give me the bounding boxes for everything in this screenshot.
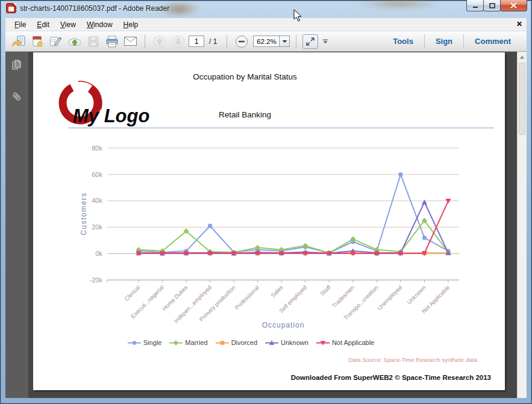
resize-arrows-icon — [305, 37, 315, 46]
next-page-button[interactable] — [170, 34, 186, 49]
document-pane[interactable]: Occupation by Marital Status My Logo Ret… — [28, 52, 517, 398]
email-button[interactable] — [122, 34, 139, 49]
scroll-up-button[interactable] — [518, 53, 526, 61]
menu-view[interactable]: View — [55, 19, 81, 31]
svg-text:Customers: Customers — [80, 192, 88, 235]
data-source-note: Data Source: Space-Time Research synthet… — [349, 356, 478, 363]
toolbar-separator — [227, 35, 227, 48]
desktop-glare — [357, 0, 441, 10]
print-button[interactable] — [104, 34, 120, 49]
arrow-up-icon — [153, 35, 166, 48]
open-button[interactable] — [10, 34, 27, 49]
legend-label: Divorced — [231, 339, 257, 346]
zoom-out-button[interactable] — [233, 34, 249, 49]
legend-label: Unknown — [281, 339, 308, 346]
minus-circle-icon — [235, 35, 248, 48]
arrow-down-icon — [172, 35, 185, 48]
legend-label: Not Applicable — [332, 339, 374, 346]
report-subtitle: Retail Banking — [33, 110, 457, 119]
print-icon — [105, 36, 119, 48]
sign-document-icon — [49, 36, 62, 48]
svg-text:Tradesmen: Tradesmen — [331, 284, 356, 309]
svg-text:Unemployed: Unemployed — [376, 284, 403, 311]
maximize-button[interactable] — [483, 0, 501, 11]
legend-marker-icon — [169, 340, 183, 346]
zoom-level-value[interactable]: 62.2% — [253, 36, 280, 47]
line-chart: 80k60k40k20k0k-20kClericalExecuti...nage… — [33, 143, 505, 337]
close-button[interactable] — [500, 0, 527, 11]
save-button[interactable] — [85, 34, 101, 49]
download-footer: Downloaded From SuperWEB2 © Space-Time R… — [291, 374, 491, 381]
title-bar[interactable]: str-charts-1400718605037.pdf - Adobe Rea… — [0, 0, 532, 18]
window-title: str-charts-1400718605037.pdf - Adobe Rea… — [20, 4, 169, 13]
send-to-cloud-button[interactable] — [66, 34, 83, 49]
scrollbar-thumb[interactable] — [519, 63, 525, 135]
sign-document-button[interactable] — [48, 34, 64, 49]
legend-marker-icon — [265, 340, 278, 346]
chart-legend: SingleMarriedDivorcedUnknownNot Applicab… — [33, 339, 469, 346]
chevron-down-icon — [282, 40, 287, 43]
pdf-app-icon — [6, 3, 16, 13]
company-logo: My Logo — [51, 79, 172, 131]
pages-icon — [11, 59, 23, 72]
menu-window[interactable]: Window — [81, 19, 118, 31]
adobe-reader-window: str-charts-1400718605037.pdf - Adobe Rea… — [0, 0, 532, 404]
svg-text:-20k: -20k — [90, 276, 103, 284]
page-total-label: / 1 — [209, 37, 217, 46]
minimize-button[interactable] — [466, 0, 484, 11]
legend-label: Married — [185, 339, 207, 346]
legend-item-not-applicable: Not Applicable — [316, 339, 374, 346]
menu-help[interactable]: Help — [118, 19, 144, 31]
zoom-dropdown-button[interactable] — [280, 36, 290, 47]
legend-item-single: Single — [128, 339, 162, 346]
menu-bar: File Edit View Window Help ✕ — [5, 18, 527, 31]
toolbar-separator — [145, 35, 145, 48]
legend-label: Single — [143, 339, 162, 346]
create-pdf-icon — [31, 36, 43, 48]
maximize-icon — [489, 3, 495, 8]
minimize-icon — [472, 3, 478, 8]
tools-panel-button[interactable]: Tools — [382, 37, 424, 46]
page-number-input[interactable] — [189, 36, 204, 47]
paperclip-icon — [10, 90, 23, 104]
toolbar-overflow-button[interactable] — [321, 34, 330, 49]
svg-text:0k: 0k — [95, 250, 102, 257]
previous-page-button[interactable] — [151, 34, 167, 49]
legend-marker-icon — [316, 340, 330, 346]
legend-marker-icon — [216, 340, 229, 346]
menu-file[interactable]: File — [9, 19, 31, 31]
sign-panel-button[interactable]: Sign — [425, 37, 463, 46]
comment-panel-button[interactable]: Comment — [464, 37, 522, 46]
close-icon — [510, 2, 517, 8]
svg-text:Clerical: Clerical — [123, 284, 141, 302]
svg-text:20k: 20k — [92, 223, 102, 231]
legend-item-divorced: Divorced — [216, 339, 257, 346]
menu-edit[interactable]: Edit — [31, 19, 55, 31]
page-thumbnails-button[interactable] — [9, 58, 25, 73]
vertical-scrollbar[interactable] — [517, 52, 527, 398]
svg-text:Professional: Professional — [233, 284, 260, 311]
create-pdf-button[interactable] — [29, 34, 45, 49]
toolbar: / 1 62.2% — [5, 31, 527, 52]
menubar-close-icon[interactable]: ✕ — [516, 20, 522, 28]
legend-item-unknown: Unknown — [265, 339, 308, 346]
svg-text:Sales: Sales — [269, 284, 284, 299]
svg-text:Unknown: Unknown — [405, 284, 427, 306]
save-icon — [87, 36, 99, 48]
pdf-page: Occupation by Marital Status My Logo Ret… — [33, 52, 505, 390]
legend-item-married: Married — [169, 339, 207, 346]
toolbar-separator — [296, 35, 296, 48]
navigation-sidebar — [5, 52, 28, 398]
svg-text:40k: 40k — [92, 197, 102, 204]
attachments-button[interactable] — [9, 89, 25, 105]
svg-text:80k: 80k — [92, 145, 102, 152]
open-icon — [12, 36, 25, 48]
svg-text:60k: 60k — [92, 171, 102, 178]
svg-text:Staff: Staff — [319, 284, 332, 297]
triangle-up-icon — [519, 55, 525, 59]
legend-marker-icon — [128, 340, 141, 346]
svg-text:Occupation: Occupation — [262, 321, 305, 329]
fit-width-button[interactable] — [302, 34, 318, 49]
cloud-upload-icon — [67, 36, 82, 48]
email-icon — [124, 36, 137, 46]
